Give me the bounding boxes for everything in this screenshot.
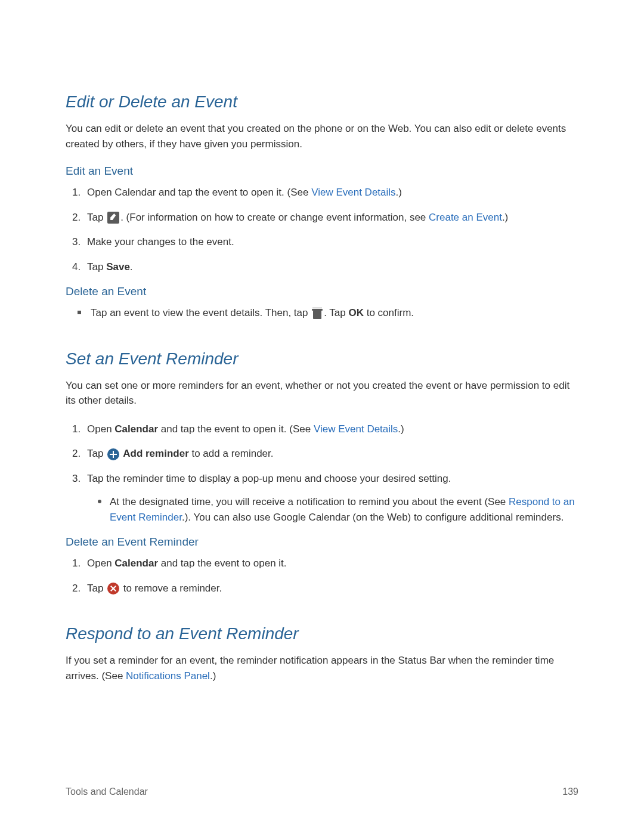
heading-set-reminder: Set an Event Reminder	[66, 349, 578, 368]
edit-step-1: Open Calendar and tap the event to open …	[83, 185, 578, 200]
reminder-sub-bullet: At the designated time, you will receive…	[104, 494, 578, 525]
delete-reminder-step-2: Tap to remove a reminder.	[83, 581, 578, 596]
link-create-event[interactable]: Create an Event	[429, 212, 502, 223]
page: Edit or Delete an Event You can edit or …	[0, 0, 644, 833]
edit-step-3: Make your changes to the event.	[83, 234, 578, 250]
trash-icon	[312, 308, 323, 320]
subheading-edit-event: Edit an Event	[66, 165, 578, 178]
section-set-reminder: Set an Event Reminder You can set one or…	[66, 349, 578, 596]
set-reminder-steps: Open Calendar and tap the event to open …	[66, 422, 578, 525]
intro-set-reminder: You can set one or more reminders for an…	[66, 378, 578, 408]
section-edit-delete: Edit or Delete an Event You can edit or …	[66, 92, 578, 321]
reminder-step-3: Tap the reminder time to display a pop-u…	[83, 471, 578, 525]
pencil-icon	[107, 212, 119, 224]
heading-edit-delete: Edit or Delete an Event	[66, 92, 578, 112]
reminder-sub-bullets: At the designated time, you will receive…	[87, 494, 578, 525]
edit-step-4: Tap Save.	[83, 259, 578, 275]
plus-icon	[107, 448, 119, 460]
link-notifications-panel[interactable]: Notifications Panel	[126, 670, 210, 682]
intro-respond-reminder: If you set a reminder for an event, the …	[66, 653, 578, 683]
delete-reminder-step-1: Open Calendar and tap the event to open …	[83, 556, 578, 571]
heading-respond-reminder: Respond to an Event Reminder	[66, 624, 578, 643]
delete-event-steps: Tap an event to view the event details. …	[66, 305, 578, 321]
edit-step-2: Tap . (For information on how to create …	[83, 210, 578, 225]
delete-event-bullet: Tap an event to view the event details. …	[83, 305, 578, 321]
edit-event-steps: Open Calendar and tap the event to open …	[66, 185, 578, 274]
page-footer: Tools and Calendar 139	[66, 786, 578, 797]
link-view-event-details-2[interactable]: View Event Details	[314, 423, 398, 435]
reminder-step-1: Open Calendar and tap the event to open …	[83, 422, 578, 437]
subheading-delete-event: Delete an Event	[66, 285, 578, 298]
footer-section-name: Tools and Calendar	[66, 786, 148, 797]
x-circle-icon	[107, 583, 119, 594]
section-respond-reminder: Respond to an Event Reminder If you set …	[66, 624, 578, 683]
link-view-event-details[interactable]: View Event Details	[311, 187, 395, 198]
delete-reminder-steps: Open Calendar and tap the event to open …	[66, 556, 578, 596]
reminder-step-2: Tap Add reminder to add a reminder.	[83, 446, 578, 462]
intro-edit-delete: You can edit or delete an event that you…	[66, 121, 578, 151]
footer-page-number: 139	[562, 786, 578, 797]
subheading-delete-reminder: Delete an Event Reminder	[66, 535, 578, 549]
